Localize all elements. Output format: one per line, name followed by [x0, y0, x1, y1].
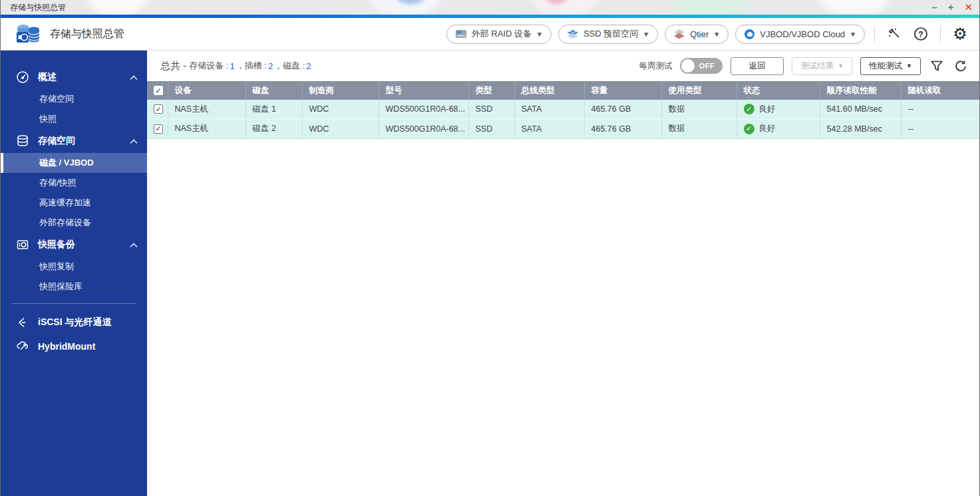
- test-results-dropdown: 测试结果 ▼: [792, 57, 852, 75]
- column-header-type[interactable]: 类型: [468, 81, 514, 100]
- external-raid-device-button[interactable]: 外部 RAID 设备 ▼: [446, 25, 552, 44]
- qtier-icon: [673, 29, 685, 39]
- sidebar-item-label: 外部存储设备: [39, 217, 91, 229]
- column-header-usage-type[interactable]: 使用类型: [661, 81, 736, 100]
- summary-label: 存储设备 :: [189, 60, 228, 72]
- cell-type: SSD: [468, 119, 514, 138]
- sidebar-item-snapshot-vault[interactable]: 快照保险库: [1, 277, 147, 297]
- sidebar-item-external-storage[interactable]: 外部存储设备: [1, 213, 147, 233]
- summary-separator: ，: [236, 60, 245, 72]
- sidebar-item-cache-acceleration[interactable]: 高速缓存加速: [1, 193, 147, 213]
- sidebar-item-hybridmount[interactable]: HybridMount: [1, 334, 147, 358]
- desktop-blur-decoration: [533, 0, 596, 15]
- filter-icon[interactable]: [929, 58, 945, 74]
- summary-counts: 总共 - 存储设备 : 1 ， 插槽 : 2 ， 磁盘 : 2: [160, 60, 313, 72]
- status-ok-icon: ✓: [744, 104, 754, 114]
- column-header-random-read[interactable]: 随机读取: [901, 81, 979, 100]
- cell-device: NAS主机: [168, 119, 245, 138]
- ssd-overprovisioning-button[interactable]: SSD 预留空间 ▼: [558, 25, 658, 44]
- toggle-knob: [681, 59, 695, 72]
- summary-separator: ，: [274, 60, 283, 72]
- window-titlebar[interactable]: 存储与快照总管 – + ✕: [1, 0, 979, 15]
- sidebar-item-storage-snapshots[interactable]: 存储/快照: [1, 173, 147, 193]
- app-window: 存储与快照总管 – + ✕ 存储与快照总管: [0, 0, 980, 496]
- sidebar-item-label: 高速缓存加速: [39, 197, 91, 209]
- cell-usage: 数据: [661, 100, 736, 119]
- cell-type: SSD: [468, 100, 514, 119]
- window-title: 存储与快照总管: [10, 2, 66, 13]
- external-raid-device-label: 外部 RAID 设备: [472, 28, 532, 40]
- minimize-icon[interactable]: –: [931, 0, 937, 15]
- back-button[interactable]: 返回: [731, 57, 784, 75]
- ssd-overprovisioning-label: SSD 预留空间: [583, 28, 638, 40]
- sidebar-item-snapshot-replica[interactable]: 快照复制: [1, 257, 147, 277]
- sidebar-item-label: 存储空间: [39, 93, 74, 105]
- gauge-icon: [15, 70, 30, 84]
- chevron-down-icon: ▼: [713, 31, 720, 38]
- cell-seq-read: 542.28 MB/sec: [820, 119, 901, 138]
- page-title: 存储与快照总管: [50, 27, 124, 41]
- column-header-bus-type[interactable]: 总线类型: [514, 81, 584, 100]
- chevron-down-icon: ▼: [906, 62, 912, 69]
- table-row[interactable]: ✓ NAS主机 磁盘 1 WDC WDS500G1R0A-68... SSD S…: [147, 100, 979, 119]
- disk-table-container: ✓ 设备 磁盘 制造商 型号 类型 总线类型 容量 使用类型 状态 顺序读取性能: [147, 81, 979, 496]
- maximize-icon[interactable]: +: [948, 0, 954, 15]
- sidebar-section-overview[interactable]: 概述: [1, 65, 147, 89]
- row-checkbox[interactable]: ✓: [154, 124, 163, 134]
- select-all-checkbox[interactable]: ✓: [154, 86, 163, 95]
- divider: [11, 303, 136, 304]
- column-header-manufacturer[interactable]: 制造商: [302, 81, 379, 100]
- sidebar-item-snapshots-overview[interactable]: 快照: [1, 109, 147, 129]
- weekly-test-toggle[interactable]: OFF: [680, 58, 723, 74]
- help-icon[interactable]: ?: [911, 24, 931, 44]
- sidebar-item-storage-space-overview[interactable]: 存储空间: [1, 89, 147, 109]
- external-raid-device-icon: [455, 29, 467, 39]
- sidebar-item-disks-vjbod[interactable]: 磁盘 / VJBOD: [1, 153, 147, 173]
- cell-random-read: --: [901, 100, 979, 119]
- status-badge: ✓ 良好: [744, 123, 813, 134]
- test-results-label: 测试结果: [800, 61, 834, 72]
- chevron-down-icon: ▼: [643, 31, 649, 38]
- summary-value: 2: [268, 61, 273, 71]
- sidebar-section-snapshot-backup[interactable]: 快照备份: [1, 233, 147, 257]
- chevron-up-icon: [130, 136, 138, 146]
- sidebar-item-iscsi-fibre-channel[interactable]: iSCSI 与光纤通道: [1, 310, 147, 334]
- toolbar-actions: 每周测试 OFF 返回 测试结果 ▼ 性能测试 ▼: [639, 57, 969, 75]
- refresh-icon[interactable]: [953, 58, 969, 74]
- toolbar: 总共 - 存储设备 : 1 ， 插槽 : 2 ， 磁盘 : 2 每周测试 OFF: [147, 51, 979, 81]
- summary-label: 插槽 :: [245, 60, 267, 72]
- desktop-blur-decoration: [673, 0, 749, 15]
- content-area: 总共 - 存储设备 : 1 ， 插槽 : 2 ， 磁盘 : 2 每周测试 OFF: [147, 51, 979, 496]
- sidebar-section-storage[interactable]: 存储空间: [1, 129, 147, 153]
- summary-label: 磁盘 :: [283, 60, 305, 72]
- close-icon[interactable]: ✕: [964, 0, 973, 15]
- cell-manufacturer: WDC: [302, 119, 379, 138]
- row-checkbox[interactable]: ✓: [154, 104, 163, 114]
- column-header-status[interactable]: 状态: [736, 81, 820, 100]
- qtier-button[interactable]: Qtier ▼: [665, 25, 729, 44]
- window-controls: – + ✕: [931, 0, 973, 15]
- vjbod-cloud-button[interactable]: VJBOD/VJBOD Cloud ▼: [735, 25, 865, 44]
- sidebar-item-label: 快照保险库: [39, 281, 82, 293]
- toggle-state-label: OFF: [699, 62, 715, 70]
- weekly-test-label: 每周测试: [639, 61, 672, 72]
- cell-capacity: 465.76 GB: [584, 119, 661, 138]
- sidebar-item-label: 存储/快照: [39, 177, 77, 189]
- column-header-model[interactable]: 型号: [379, 81, 468, 100]
- column-header-seq-read[interactable]: 顺序读取性能: [820, 81, 901, 100]
- sidebar-item-label: iSCSI 与光纤通道: [38, 316, 111, 328]
- performance-test-dropdown[interactable]: 性能测试 ▼: [860, 57, 921, 75]
- cell-seq-read: 541.60 MB/sec: [820, 100, 901, 119]
- chevron-up-icon: [130, 239, 138, 250]
- snapshot-camera-icon: [15, 237, 30, 252]
- cell-model: WDS500G1R0A-68...: [379, 119, 468, 138]
- performance-test-label: 性能测试: [869, 61, 902, 72]
- table-row[interactable]: ✓ NAS主机 磁盘 2 WDC WDS500G1R0A-68... SSD S…: [147, 119, 979, 138]
- column-header-disk[interactable]: 磁盘: [245, 81, 302, 100]
- column-header-capacity[interactable]: 容量: [584, 81, 661, 100]
- sidebar-section-label: 存储空间: [38, 135, 75, 147]
- column-header-device[interactable]: 设备: [168, 81, 245, 100]
- desktop-blur-decoration: [87, 0, 147, 15]
- magic-wand-icon[interactable]: [884, 24, 904, 44]
- gear-icon[interactable]: ⚙: [950, 24, 970, 44]
